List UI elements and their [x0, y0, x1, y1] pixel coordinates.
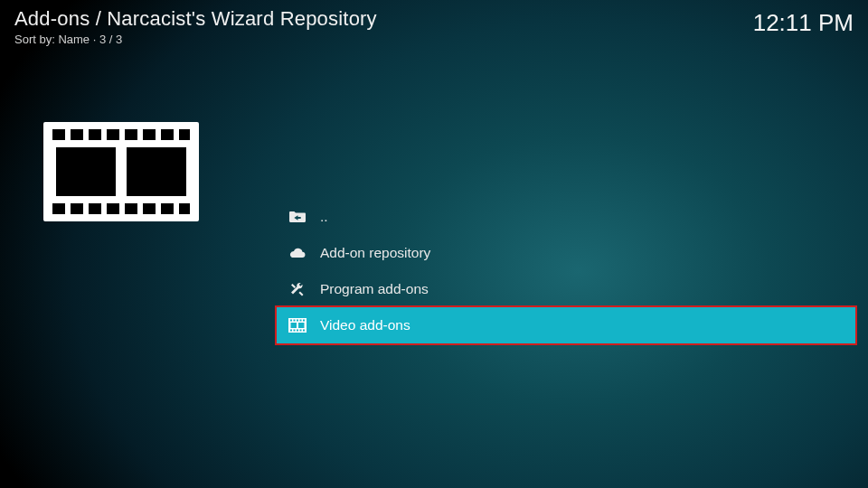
svg-rect-18 — [127, 147, 186, 196]
list-item-label: Program add-ons — [320, 281, 429, 297]
list-item-parent[interactable]: .. — [277, 199, 855, 235]
svg-rect-3 — [89, 129, 101, 140]
list-item-label: Video add-ons — [320, 317, 410, 333]
tools-icon — [288, 281, 307, 297]
film-icon — [288, 318, 307, 333]
svg-rect-1 — [52, 129, 65, 140]
svg-rect-15 — [161, 203, 174, 214]
list-item-program-addons[interactable]: Program add-ons — [277, 271, 855, 307]
list-item-label: Add-on repository — [320, 245, 430, 261]
category-list: .. Add-on repository Program add-ons Vid… — [277, 199, 855, 343]
breadcrumb: Add-ons / Narcacist's Wizard Repository — [14, 7, 377, 31]
svg-rect-6 — [143, 129, 156, 140]
svg-rect-22 — [297, 320, 298, 322]
svg-rect-17 — [56, 147, 116, 196]
header: Add-ons / Narcacist's Wizard Repository … — [14, 7, 854, 46]
svg-rect-4 — [107, 129, 119, 140]
svg-rect-8 — [179, 129, 190, 140]
clock: 12:11 PM — [753, 9, 854, 37]
folder-back-icon — [288, 210, 307, 224]
svg-rect-11 — [89, 203, 101, 214]
list-item-video-addons[interactable]: Video add-ons — [277, 307, 855, 343]
svg-rect-5 — [125, 129, 137, 140]
svg-rect-21 — [294, 320, 296, 322]
header-left: Add-ons / Narcacist's Wizard Repository … — [14, 7, 377, 46]
svg-rect-28 — [300, 330, 302, 332]
svg-rect-27 — [297, 330, 298, 332]
svg-rect-20 — [290, 320, 292, 322]
svg-rect-16 — [179, 203, 190, 214]
svg-rect-13 — [125, 203, 137, 214]
svg-rect-24 — [303, 320, 305, 322]
svg-rect-14 — [143, 203, 156, 214]
svg-rect-10 — [71, 203, 83, 214]
svg-rect-23 — [300, 320, 302, 322]
svg-rect-12 — [107, 203, 119, 214]
svg-rect-7 — [161, 129, 174, 140]
sort-info: Sort by: Name · 3 / 3 — [14, 33, 377, 46]
sort-field[interactable]: Name — [58, 33, 90, 46]
svg-rect-29 — [303, 330, 305, 332]
list-item-addon-repository[interactable]: Add-on repository — [277, 235, 855, 271]
category-film-icon — [43, 122, 199, 221]
svg-rect-9 — [52, 203, 65, 214]
svg-rect-25 — [290, 330, 292, 332]
cloud-icon — [288, 247, 307, 259]
svg-rect-30 — [291, 323, 297, 328]
list-item-label: .. — [320, 209, 328, 225]
item-count: 3 / 3 — [99, 33, 122, 46]
sort-prefix: Sort by: — [14, 33, 58, 46]
svg-rect-2 — [71, 129, 83, 140]
svg-rect-26 — [294, 330, 296, 332]
count-sep: · — [90, 33, 99, 46]
svg-rect-31 — [298, 323, 305, 328]
